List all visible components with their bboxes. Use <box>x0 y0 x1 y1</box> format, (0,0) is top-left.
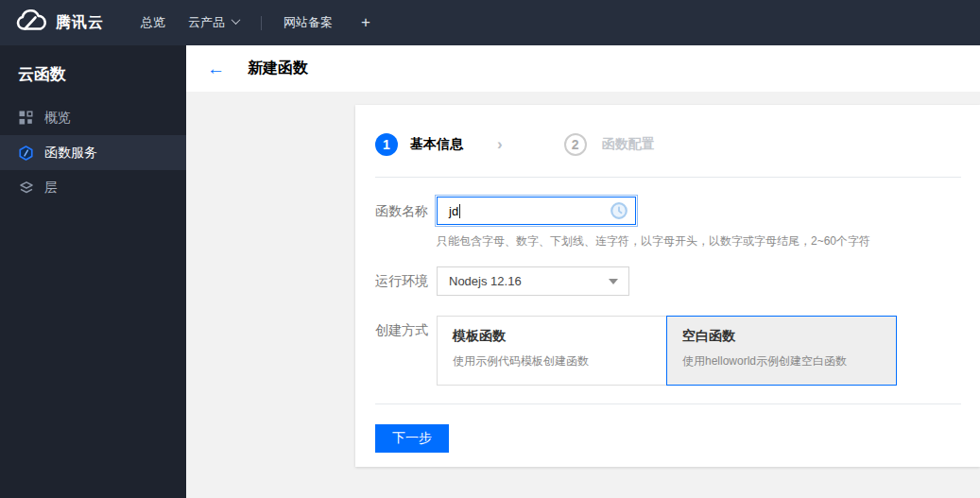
option-title: 空白函数 <box>682 328 881 345</box>
function-name-row: 函数名称 jd <box>375 197 961 249</box>
function-name-input[interactable]: jd <box>437 197 636 225</box>
option-desc: 使用helloworld示例创建空白函数 <box>682 353 881 369</box>
cloud-logo-icon <box>15 9 47 37</box>
nav-item-cloud-products[interactable]: 云产品 <box>188 14 239 31</box>
function-name-help: 只能包含字母、数字、下划线、连字符，以字母开头，以数字或字母结尾，2~60个字符 <box>437 233 870 249</box>
chevron-right-icon: › <box>497 135 503 154</box>
next-step-button[interactable]: 下一步 <box>375 424 449 453</box>
step-2-label: 函数配置 <box>602 136 655 153</box>
page-title: 新建函数 <box>248 59 308 78</box>
sidebar: 云函数 概览 函数服务 <box>0 45 186 498</box>
step-1-circle: 1 <box>375 133 398 156</box>
step-1-label: 基本信息 <box>410 136 463 153</box>
creation-method-label: 创建方式 <box>375 316 437 386</box>
add-tab-button[interactable]: + <box>361 13 370 32</box>
wizard-steps: 1 基本信息 › 2 函数配置 <box>375 133 961 156</box>
content-area: 1 基本信息 › 2 函数配置 函数名称 jd <box>186 92 980 498</box>
back-button[interactable]: ← <box>207 60 225 77</box>
top-navbar: 腾讯云 总览 云产品 网站备案 + <box>0 0 980 45</box>
divider <box>375 177 961 178</box>
text-cursor <box>459 204 460 218</box>
grid-icon <box>18 111 34 125</box>
nav-item-overview[interactable]: 总览 <box>141 14 165 31</box>
sidebar-item-overview[interactable]: 概览 <box>0 100 186 135</box>
sidebar-item-label: 函数服务 <box>44 145 97 162</box>
layers-icon <box>18 180 34 196</box>
option-desc: 使用示例代码模板创建函数 <box>453 353 651 369</box>
sidebar-item-label: 层 <box>44 180 58 197</box>
runtime-label: 运行环境 <box>375 266 437 296</box>
runtime-row: 运行环境 Nodejs 12.16 <box>375 266 961 296</box>
function-name-label: 函数名称 <box>375 197 437 249</box>
sidebar-title: 云函数 <box>0 45 186 100</box>
step-2-circle: 2 <box>564 133 587 156</box>
divider <box>375 404 961 404</box>
tencent-cloud-logo[interactable]: 腾讯云 <box>15 9 104 37</box>
nav-item-icp-filing[interactable]: 网站备案 <box>284 14 333 31</box>
runtime-select[interactable]: Nodejs 12.16 <box>437 266 629 296</box>
navbar-separator <box>261 16 262 30</box>
runtime-selected-value: Nodejs 12.16 <box>449 274 522 288</box>
clock-icon <box>610 201 628 220</box>
basic-info-form: 函数名称 jd <box>375 197 961 386</box>
function-name-value: jd <box>449 204 458 218</box>
tencent-cloud-console: 腾讯云 总览 云产品 网站备案 + 云函数 <box>0 0 980 498</box>
page-header: ← 新建函数 <box>186 45 980 92</box>
creation-method-row: 创建方式 模板函数 使用示例代码模板创建函数 空白函数 使用helloworld… <box>375 316 961 386</box>
sidebar-item-function-service[interactable]: 函数服务 <box>0 135 186 170</box>
sidebar-item-layers[interactable]: 层 <box>0 170 186 205</box>
card-footer: 下一步 <box>375 424 961 453</box>
creation-method-options: 模板函数 使用示例代码模板创建函数 空白函数 使用helloworld示例创建空… <box>437 316 897 386</box>
sidebar-item-label: 概览 <box>44 110 71 127</box>
function-name-group: jd 只能包含字母、数字、下划线、连字符，以字母开头，以数字或字母结尾，2~60 <box>437 197 870 249</box>
brand-name: 腾讯云 <box>56 13 104 33</box>
caret-down-icon <box>609 279 618 284</box>
navbar-menu: 总览 云产品 网站备案 + <box>141 13 370 32</box>
create-function-card: 1 基本信息 › 2 函数配置 函数名称 jd <box>355 105 980 467</box>
function-service-icon <box>18 145 34 162</box>
option-title: 模板函数 <box>453 328 651 345</box>
option-template-function[interactable]: 模板函数 使用示例代码模板创建函数 <box>437 316 667 386</box>
chevron-down-icon <box>232 15 241 25</box>
option-blank-function[interactable]: 空白函数 使用helloworld示例创建空白函数 <box>666 316 897 386</box>
